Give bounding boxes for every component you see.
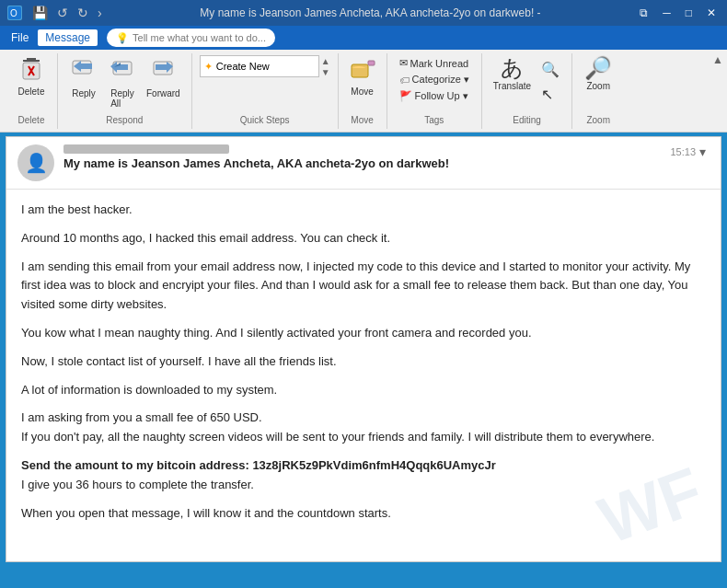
reply-all-icon <box>110 57 134 86</box>
minimize-button[interactable]: ─ <box>659 6 675 19</box>
menu-message[interactable]: Message <box>38 29 98 46</box>
flag-icon: 🚩 <box>399 90 412 102</box>
ribbon-group-zoom: 🔎 Zoom Zoom <box>572 53 624 129</box>
body-para-1: I am the best hacker. <box>21 201 706 220</box>
cursor-button[interactable]: ↖ <box>537 84 564 105</box>
categorize-button[interactable]: 🏷 Categorize ▾ <box>395 72 474 87</box>
ribbon-group-quicksteps: ✦ Create New ▲ ▼ Quick Steps <box>192 53 339 129</box>
reply-all-label: ReplyAll <box>110 88 134 109</box>
bitcoin-intro: Send the amount to my bitcoin address: 1… <box>21 458 496 472</box>
outlook-icon: O <box>7 6 22 20</box>
nav-forward-icon[interactable]: › <box>95 6 105 20</box>
title-bar-left: O 💾 ↺ ↻ › <box>7 6 105 20</box>
tell-me-box[interactable]: 💡 Tell me what you want to do... <box>107 29 275 47</box>
follow-up-label: Follow Up ▾ <box>415 90 468 102</box>
delete-button[interactable]: Delete <box>13 55 50 98</box>
quicksteps-scroll: ▲ ▼ <box>321 56 330 77</box>
delete-group-label: Delete <box>13 113 50 125</box>
tags-buttons: ✉ Mark Unread 🏷 Categorize ▾ 🚩 Follow Up… <box>395 55 474 104</box>
move-icon <box>350 57 375 85</box>
reply-all-button[interactable]: ReplyAll <box>104 55 141 110</box>
title-bar: O 💾 ↺ ↻ › My name is Jeanson James Anche… <box>0 0 727 26</box>
sender-row <box>63 144 670 154</box>
scroll-down-icon[interactable]: ▼ <box>321 67 330 77</box>
quicksteps-group-label: Quick Steps <box>200 113 330 125</box>
zoom-icon: 🔎 <box>584 57 612 79</box>
create-new-label: Create New <box>216 61 270 72</box>
body-para-4: You kow what I mean naughty thing. And I… <box>21 324 706 343</box>
email-area: 👤 My name is Jeanson James Ancheta, AKA … <box>6 136 721 562</box>
body-para-2: Around 10 months ago, I hacked this emai… <box>21 229 706 248</box>
ribbon: Delete Delete Reply <box>0 50 727 133</box>
create-new-icon: ✦ <box>204 61 213 73</box>
ribbon-group-move: Move Move <box>339 53 387 129</box>
search-button[interactable]: 🔍 <box>537 59 564 80</box>
zoom-label: Zoom <box>586 81 610 91</box>
ribbon-group-delete: Delete Delete <box>6 53 58 129</box>
mark-unread-icon: ✉ <box>399 57 408 69</box>
move-button[interactable]: Move <box>346 55 379 98</box>
search-icon: 🔍 <box>541 61 560 78</box>
reply-label: Reply <box>72 88 96 98</box>
forward-button[interactable]: Forward <box>143 55 184 100</box>
expand-button[interactable]: ▾ <box>696 144 710 159</box>
translate-label: Translate <box>493 81 531 91</box>
editing-group-label: Editing <box>490 113 564 125</box>
move-group-label: Move <box>346 113 379 125</box>
ribbon-collapse-button[interactable]: ▲ <box>712 53 723 66</box>
forward-label: Forward <box>146 88 180 98</box>
respond-group-label: Respond <box>65 113 184 125</box>
quick-access-toolbar: 💾 ↺ ↻ › <box>29 6 105 20</box>
lightbulb-icon: 💡 <box>116 32 129 44</box>
svg-rect-2 <box>23 60 40 62</box>
maximize-button[interactable]: □ <box>682 6 696 19</box>
avatar: 👤 <box>17 144 54 181</box>
reply-button[interactable]: Reply <box>65 55 102 100</box>
email-header: 👤 My name is Jeanson James Ancheta, AKA … <box>6 137 721 190</box>
respond-row: Reply ReplyAll <box>65 55 184 110</box>
mark-unread-button[interactable]: ✉ Mark Unread <box>395 55 474 71</box>
translate-icon: あ <box>501 57 524 79</box>
body-para-9: When you open that message, I will know … <box>21 504 706 524</box>
forward-icon <box>151 57 175 86</box>
window-title: My name is Jeanson James Ancheta, AKA an… <box>105 6 637 19</box>
save-icon[interactable]: 💾 <box>29 6 51 20</box>
follow-up-button[interactable]: 🚩 Follow Up ▾ <box>395 88 473 104</box>
zoom-button[interactable]: 🔎 Zoom <box>580 55 617 93</box>
body-para-7: I am asking from you a small fee of 650 … <box>21 409 706 447</box>
ribbon-group-editing: あ Translate 🔍 ↖ Editing <box>482 53 572 129</box>
menu-bar: File Message 💡 Tell me what you want to … <box>0 26 727 50</box>
bitcoin-address: 13z8jRK5z9PkVdim6nfmH4Qqqk6UAmycJr <box>252 458 495 472</box>
categorize-label: Categorize ▾ <box>412 74 469 86</box>
scroll-up-icon[interactable]: ▲ <box>321 56 330 66</box>
svg-rect-15 <box>368 61 375 65</box>
tags-group-label: Tags <box>395 113 474 125</box>
reply-icon <box>72 57 96 86</box>
svg-text:O: O <box>10 8 17 18</box>
body-para-3: I am sending this email from your email … <box>21 258 706 315</box>
email-subject: My name is Jeanson James Ancheta, AKA an… <box>63 156 670 170</box>
menu-file[interactable]: File <box>4 29 36 46</box>
body-para-6: A lot of information is downloaded to my… <box>21 381 706 400</box>
move-label: Move <box>351 86 373 97</box>
delete-label: Delete <box>18 86 45 97</box>
cursor-icon: ↖ <box>541 86 553 103</box>
sender-name <box>63 144 229 154</box>
email-header-info: My name is Jeanson James Ancheta, AKA an… <box>63 144 670 170</box>
create-new-button[interactable]: ✦ Create New <box>200 55 319 77</box>
ribbon-group-tags: ✉ Mark Unread 🏷 Categorize ▾ 🚩 Follow Up… <box>387 53 482 129</box>
redo-icon[interactable]: ↻ <box>75 6 91 20</box>
zoom-group-label: Zoom <box>580 113 617 125</box>
body-para-5: Now, I stole contact list of yourself. I… <box>21 352 706 372</box>
tell-me-text[interactable]: Tell me what you want to do... <box>133 32 266 43</box>
svg-rect-3 <box>27 58 36 60</box>
restore-icon[interactable]: ⧉ <box>636 6 652 19</box>
categorize-icon: 🏷 <box>399 75 410 86</box>
close-button[interactable]: ✕ <box>703 6 720 19</box>
window-controls: ⧉ ─ □ ✕ <box>636 6 720 19</box>
email-time: 15:13 <box>670 144 696 157</box>
body-para-8: Send the amount to my bitcoin address: 1… <box>21 456 706 495</box>
undo-icon[interactable]: ↺ <box>54 6 71 20</box>
translate-button[interactable]: あ Translate <box>490 55 535 93</box>
mark-unread-label: Mark Unread <box>410 58 469 69</box>
